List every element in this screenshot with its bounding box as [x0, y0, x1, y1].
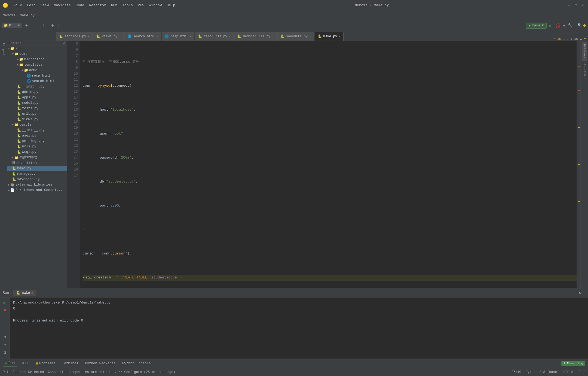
fold-icon-14[interactable]: ▼: [83, 275, 84, 281]
tab-close-icon[interactable]: ✕: [190, 35, 192, 38]
tree-item-model[interactable]: 🐍 model.py: [7, 100, 67, 106]
tab-demo-urls-py[interactable]: 🐍 demo\urls.py ✕: [195, 32, 234, 41]
tree-item-urls-demo[interactable]: 🐍 urls.py: [7, 111, 67, 117]
tree-item-tests[interactable]: 🐍 tests.py: [7, 106, 67, 111]
menu-help[interactable]: Help: [164, 3, 177, 8]
close-button[interactable]: ✕: [580, 3, 585, 8]
tree-item-db[interactable]: 🗄 db.sqlite3: [7, 160, 67, 166]
move-down-button[interactable]: ⬇: [40, 22, 48, 29]
run-close-icon[interactable]: —: [583, 291, 585, 295]
run-config-selector[interactable]: ▶ make ▼: [526, 23, 547, 29]
expand-icon[interactable]: ▲: [580, 37, 582, 41]
run-stop-button[interactable]: ■: [2, 307, 8, 313]
run-tab-make[interactable]: 🐍 make ✕: [13, 290, 36, 296]
bottom-tab-run[interactable]: ▶ Run: [3, 360, 17, 367]
tree-item-manage[interactable]: 🐍 manage.py: [7, 171, 67, 177]
tree-item-demo[interactable]: ▼ 📁 demo: [7, 51, 67, 57]
tree-item-apps[interactable]: 🐍 apps.py: [7, 95, 67, 100]
tree-item-savedata[interactable]: 🐍 savedata.py: [7, 177, 67, 182]
status-right: 25:10 Python 3.8 (base) UTF-8 CRLF: [512, 370, 585, 374]
tab-make-py[interactable]: 🐍 make.py ✕: [315, 32, 344, 41]
window-controls[interactable]: — □ ✕: [566, 3, 585, 8]
menu-run[interactable]: Run: [109, 3, 120, 8]
run-tab-close-icon[interactable]: ✕: [31, 291, 33, 295]
collapse-icon[interactable]: ▼: [584, 37, 586, 41]
tab-settings-py[interactable]: 🐍 settings.py ✕: [56, 32, 93, 41]
tab-search-html[interactable]: 🌐 search.html ✕: [124, 32, 161, 41]
menu-tools[interactable]: Tools: [120, 3, 135, 8]
breadcrumb-project[interactable]: demo1s: [3, 13, 16, 17]
tree-item-demo-sub[interactable]: ▼ 📁 demo: [7, 68, 67, 73]
tree-item-yuketang[interactable]: ▶ 📁 雨课堂数据: [7, 155, 67, 160]
tree-item-search-html[interactable]: 🌐 search.html: [7, 78, 67, 84]
tree-item-urls-demo1s[interactable]: 🐍 urls.py: [7, 144, 67, 149]
bottom-tab-python-console[interactable]: Python Console: [120, 360, 154, 366]
menu-file[interactable]: File: [11, 3, 24, 8]
project-selector[interactable]: 📁 P... ▼: [2, 23, 22, 28]
tree-item-wsgi[interactable]: 🐍 wsgi.py: [7, 149, 67, 155]
run-scroll-up-button[interactable]: ↑: [2, 315, 8, 321]
tree-item-demo1s[interactable]: ▼ 📁 demo1s: [7, 122, 67, 128]
tree-item-external-libs[interactable]: ▶ 📚 External Libraries: [7, 182, 67, 187]
debug-button[interactable]: 🐞: [555, 23, 561, 28]
file-tree-settings-icon[interactable]: ⚙: [63, 41, 65, 45]
tab-close-icon[interactable]: ✕: [88, 35, 90, 38]
bottom-tab-problems[interactable]: Problems: [33, 360, 58, 366]
tree-item-resp-html[interactable]: 🌐 resp.html: [7, 73, 67, 78]
run-scroll-down-button[interactable]: ↓: [2, 323, 8, 329]
tree-item-make[interactable]: 🐍 make.py: [7, 166, 67, 171]
project-tab[interactable]: Project: [2, 43, 5, 56]
tab-close-icon[interactable]: ✕: [156, 35, 158, 38]
tree-item-settings[interactable]: 🐍 settings.py: [7, 138, 67, 144]
settings-button[interactable]: ⚙: [49, 22, 56, 29]
tree-item-scratches[interactable]: ▶ 📄 Scratches and Consol...: [7, 187, 67, 193]
coverage-button[interactable]: ☂: [563, 23, 565, 28]
menu-edit[interactable]: Edit: [25, 3, 38, 8]
tree-item-asgi[interactable]: 🐍 asgi.py: [7, 133, 67, 138]
tab-close-icon[interactable]: ✕: [272, 35, 274, 38]
menu-navigate[interactable]: Navigate: [52, 3, 73, 8]
tab-close-icon[interactable]: ✕: [339, 35, 341, 38]
event-log-badge[interactable]: 1 Event Log: [561, 361, 585, 366]
menu-bar[interactable]: File Edit View Navigate Code Refactor Ru…: [11, 3, 177, 8]
tree-item-views[interactable]: 🐍 views.py: [7, 117, 67, 122]
move-up-button[interactable]: ⬆: [31, 22, 39, 29]
tree-item-migrations[interactable]: ▶ 📁 migrations: [7, 57, 67, 62]
menu-vcs[interactable]: VCS: [136, 3, 146, 8]
tab-close-icon[interactable]: ✕: [229, 35, 231, 38]
tab-demo1s-urls-py[interactable]: 🐍 demo1s\urls.py ✕: [234, 32, 277, 41]
maximize-button[interactable]: □: [573, 3, 578, 8]
tab-savedata-py[interactable]: 🐍 savedata.py ✕: [277, 32, 314, 41]
menu-refactor[interactable]: Refactor: [87, 3, 108, 8]
database-tab[interactable]: Database: [582, 42, 587, 61]
run-clear-button[interactable]: 🗑: [2, 349, 8, 355]
code-editor[interactable]: # 连接数据库 并添加cursor游标 conn = pymysql.conne…: [80, 41, 577, 288]
tree-item-init-demo[interactable]: 🐍 __init__.py: [7, 84, 67, 89]
run-filter-button[interactable]: ⊞: [2, 334, 8, 340]
tree-item-admin[interactable]: 🐍 admin.py: [7, 89, 67, 95]
tab-views-py[interactable]: 🐍 views.py ✕: [93, 32, 124, 41]
menu-code[interactable]: Code: [74, 3, 86, 8]
tab-resp-html[interactable]: 🌐 resp.html ✕: [162, 32, 194, 41]
gitsvn-tab[interactable]: Git/SVN: [582, 61, 587, 78]
tree-item-templates[interactable]: ▼ 📁 templates: [7, 62, 67, 68]
tree-item-root[interactable]: ▼ 📁 P...: [7, 46, 67, 51]
run-wrap-button[interactable]: ↩: [2, 342, 8, 348]
menu-view[interactable]: View: [38, 3, 51, 8]
bottom-tab-terminal[interactable]: Terminal: [59, 360, 81, 366]
run-settings-icon[interactable]: ⚙: [579, 290, 581, 295]
minimize-button[interactable]: —: [566, 3, 571, 8]
bottom-tab-todo[interactable]: TODO: [19, 360, 32, 366]
run-button[interactable]: ▶: [549, 23, 552, 29]
bottom-tab-python-packages[interactable]: Python Packages: [82, 360, 118, 366]
search-everywhere-button[interactable]: 🔍: [577, 23, 582, 28]
breadcrumb-file[interactable]: make.py: [20, 13, 35, 17]
run-play-button[interactable]: ▶: [2, 300, 8, 306]
tab-close-icon[interactable]: ✕: [119, 35, 121, 38]
sync-button[interactable]: ⊕: [23, 22, 30, 29]
build-button[interactable]: 🔨: [568, 23, 572, 28]
sql-kw: (: [179, 275, 183, 281]
menu-window[interactable]: Window: [147, 3, 164, 8]
tab-close-icon[interactable]: ✕: [309, 35, 311, 38]
tree-item-init-demo1s[interactable]: 🐍 __init__.py: [7, 128, 67, 133]
